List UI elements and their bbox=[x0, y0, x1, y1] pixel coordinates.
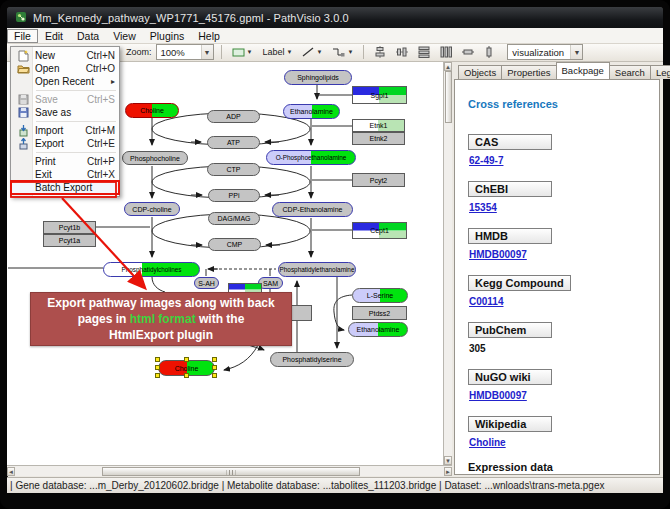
file-menu-item-new[interactable]: NewCtrl+N bbox=[11, 49, 119, 62]
horizontal-scroll-thumb[interactable] bbox=[102, 467, 360, 476]
crossref-section-hmdb: HMDBHMDB00097 bbox=[468, 226, 659, 260]
align-center-icon bbox=[374, 46, 386, 58]
horizontal-scrollbar[interactable]: ◄ ► bbox=[7, 465, 452, 476]
node-label: Choline bbox=[175, 365, 199, 372]
menu-item-shortcut: Ctrl+S bbox=[87, 94, 115, 105]
label-tool-button[interactable]: Label▼ bbox=[259, 45, 295, 59]
scroll-up-icon[interactable]: ▲ bbox=[444, 62, 452, 71]
vertical-scrollbar[interactable]: ▲ ▼ bbox=[443, 62, 452, 465]
pathway-node-s-ah[interactable]: S-AH bbox=[194, 277, 219, 289]
open-folder-icon bbox=[14, 64, 32, 74]
crossref-link[interactable]: Choline bbox=[469, 437, 659, 448]
crossref-link[interactable]: HMDB00097 bbox=[469, 249, 659, 260]
common-width-button[interactable] bbox=[459, 45, 477, 59]
file-menu-item-print[interactable]: PrintCtrl+P bbox=[11, 155, 119, 168]
crossref-section-nugo-wiki: NuGO wikiHMDB00097 bbox=[468, 367, 659, 401]
tab-legend[interactable]: Legend bbox=[650, 65, 670, 79]
node-label: Phosphocholine bbox=[130, 155, 180, 162]
line-tool-button[interactable]: ▼ bbox=[299, 45, 325, 59]
expression-data-heading: Expression data bbox=[468, 461, 659, 473]
zoom-combobox[interactable]: 100%▼ bbox=[156, 44, 214, 60]
pathway-node-etnk2[interactable]: Etnk2 bbox=[352, 132, 405, 145]
tab-backpage[interactable]: Backpage bbox=[556, 62, 610, 79]
pathway-node-etnk1[interactable]: Etnk1 bbox=[352, 119, 405, 132]
datanode-icon bbox=[232, 48, 245, 57]
pathway-node-ctp[interactable]: CTP bbox=[207, 163, 260, 176]
file-menu-item-exit[interactable]: ExitCtrl+X bbox=[11, 168, 119, 181]
line-icon bbox=[302, 47, 314, 57]
scroll-left-icon[interactable]: ◄ bbox=[7, 467, 15, 476]
pathway-node-l-serine[interactable]: L-Serine bbox=[352, 288, 408, 303]
visualization-combobox[interactable]: visualization▼ bbox=[507, 44, 583, 60]
file-menu-item-save[interactable]: SaveCtrl+S bbox=[11, 93, 119, 106]
vertical-scroll-thumb[interactable] bbox=[445, 71, 452, 123]
file-menu-item-batch-export[interactable]: Batch Export bbox=[11, 181, 119, 194]
tab-objects[interactable]: Objects bbox=[458, 65, 502, 79]
tab-properties[interactable]: Properties bbox=[501, 65, 556, 79]
distribute-vertical-button[interactable] bbox=[437, 44, 455, 60]
node-label: CDP-Ethanolamine bbox=[283, 206, 343, 213]
pathway-node-ptdss2[interactable]: Ptdss2 bbox=[352, 306, 407, 320]
pathway-node-pcyt2[interactable]: Pcyt2 bbox=[352, 173, 405, 187]
pathway-node-pcyt1b[interactable]: Pcyt1b bbox=[43, 221, 96, 234]
file-menu-item-export[interactable]: ExportCtrl+E bbox=[11, 137, 119, 150]
crossref-link[interactable]: HMDB00097 bbox=[469, 390, 659, 401]
file-menu-item-import[interactable]: ImportCtrl+M bbox=[11, 124, 119, 137]
pathway-node-cdp-choline[interactable]: CDP-choline bbox=[124, 202, 180, 216]
menu-file[interactable]: File bbox=[7, 29, 38, 43]
pathway-node-atp[interactable]: ATP bbox=[207, 136, 260, 149]
align-middle-button[interactable] bbox=[393, 44, 411, 60]
pathway-node-pcyt1a[interactable]: Pcyt1a bbox=[43, 234, 96, 247]
pathway-node-choline[interactable]: Choline bbox=[125, 103, 179, 118]
menu-plugins[interactable]: Plugins bbox=[143, 29, 191, 43]
pathway-node-o-phosphoethanolamine[interactable]: O-Phosphoethanolamine bbox=[266, 150, 356, 165]
pathway-node-ethanolamine[interactable]: Ethanolamine bbox=[283, 104, 340, 119]
pathway-node-choline[interactable]: Choline bbox=[158, 360, 215, 376]
distribute-horizontal-button[interactable] bbox=[415, 44, 433, 60]
callout-line3: HtmlExport plugin bbox=[109, 327, 213, 343]
connector-tool-button[interactable]: ▼ bbox=[329, 45, 356, 59]
callout-line1: Export pathway images along with back bbox=[47, 295, 274, 311]
menu-item-label: Save bbox=[32, 94, 87, 105]
menu-view[interactable]: View bbox=[106, 29, 143, 43]
node-label: S-AH bbox=[198, 280, 215, 287]
file-menu-item-open-recent[interactable]: Open Recent▸ bbox=[11, 75, 119, 88]
node-label: Ethanolamine bbox=[357, 326, 400, 333]
align-middle-icon bbox=[396, 46, 408, 58]
crossref-section-wikipedia: WikipediaCholine bbox=[468, 414, 659, 448]
scroll-down-icon[interactable]: ▼ bbox=[444, 456, 452, 465]
scroll-right-icon[interactable]: ► bbox=[444, 467, 452, 476]
common-height-button[interactable] bbox=[481, 44, 497, 60]
file-menu-item-save-as[interactable]: Save as bbox=[11, 106, 119, 119]
crossref-link[interactable]: 62-49-7 bbox=[469, 155, 659, 166]
pathway-node-cmp[interactable]: CMP bbox=[208, 238, 261, 251]
side-panel: ObjectsPropertiesBackpageSearchLegend Cr… bbox=[452, 62, 663, 477]
file-menu-item-open[interactable]: OpenCtrl+O bbox=[11, 62, 119, 75]
menu-help[interactable]: Help bbox=[191, 29, 227, 43]
pathway-node-phosphatidylcholines[interactable]: Phosphatidylcholines bbox=[103, 262, 200, 277]
pathway-node-phosphatidylserine[interactable]: Phosphatidylserine bbox=[270, 352, 354, 367]
crossref-link[interactable]: C00114 bbox=[469, 296, 659, 307]
menu-bar: FileEditDataViewPluginsHelp bbox=[7, 28, 663, 44]
import-icon bbox=[14, 125, 32, 137]
crossref-link[interactable]: 15354 bbox=[469, 202, 659, 213]
pathway-node-sphingolipids[interactable]: Sphingolipids bbox=[284, 70, 352, 85]
pathway-node-cept1[interactable]: Cept1 bbox=[352, 222, 407, 239]
pathway-node-adp[interactable]: ADP bbox=[207, 110, 260, 123]
pathway-node-sgpl1[interactable]: Sgpl1 bbox=[352, 86, 407, 104]
menu-edit[interactable]: Edit bbox=[38, 29, 70, 43]
chevron-down-icon: ▼ bbox=[570, 45, 582, 59]
pathway-node-ethanolamine[interactable]: Ethanolamine bbox=[348, 322, 408, 337]
connector-icon bbox=[332, 47, 345, 57]
pathway-node-cdp-ethanolamine[interactable]: CDP-Ethanolamine bbox=[272, 202, 353, 217]
app-icon bbox=[15, 9, 27, 27]
menu-data[interactable]: Data bbox=[70, 29, 106, 43]
pathway-node-phosphatidylethanolamine[interactable]: Phosphatidylethanolamine bbox=[278, 262, 356, 277]
datanode-tool-button[interactable]: ▼ bbox=[229, 46, 256, 59]
menu-item-shortcut: Ctrl+P bbox=[87, 156, 115, 167]
pathway-node-dag-mag[interactable]: DAG/MAG bbox=[208, 212, 260, 225]
pathway-node-phosphocholine[interactable]: Phosphocholine bbox=[122, 151, 188, 165]
align-center-button[interactable] bbox=[371, 44, 389, 60]
tab-search[interactable]: Search bbox=[609, 65, 651, 79]
pathway-node-ppi[interactable]: PPi bbox=[208, 189, 260, 202]
